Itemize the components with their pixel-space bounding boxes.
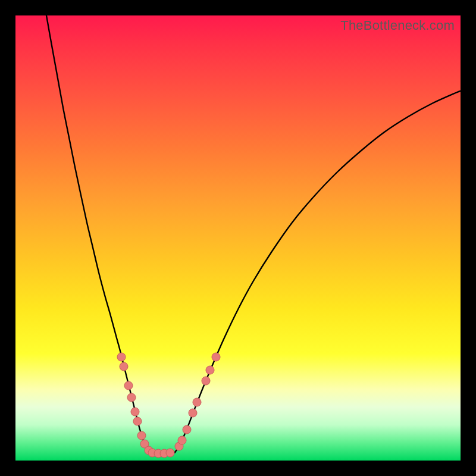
data-point — [202, 377, 210, 385]
data-point — [131, 408, 139, 416]
data-point — [206, 366, 214, 374]
data-point — [193, 398, 201, 406]
data-point — [137, 431, 146, 440]
data-point — [212, 353, 220, 361]
watermark-text: TheBottleneck.com — [340, 18, 455, 33]
curve-svg — [15, 15, 461, 461]
data-point — [183, 425, 191, 434]
data-point — [117, 353, 126, 361]
data-point — [124, 381, 133, 390]
data-point — [133, 417, 142, 425]
data-markers — [117, 353, 220, 458]
data-point — [189, 409, 197, 417]
bottleneck-curve — [46, 15, 461, 453]
data-point — [166, 449, 174, 457]
data-point — [120, 362, 128, 371]
plot-area: TheBottleneck.com — [15, 15, 461, 461]
data-point — [178, 436, 186, 444]
data-point — [127, 393, 136, 402]
